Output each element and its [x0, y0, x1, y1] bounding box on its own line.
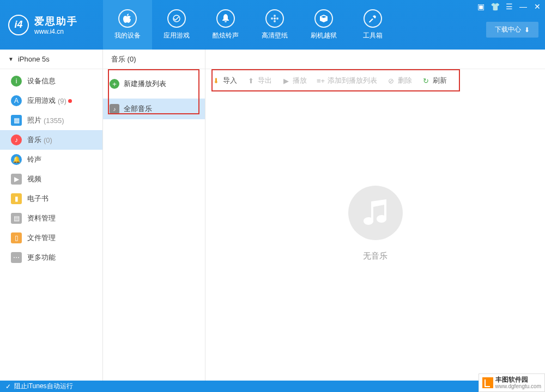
notification-dot	[68, 99, 72, 103]
logo-url: www.i4.cn	[34, 28, 78, 35]
close-icon[interactable]: ✕	[533, 2, 542, 11]
toolbar-icon: ↻	[422, 77, 430, 85]
nav-tab-wallpaper[interactable]: 高清壁纸	[250, 0, 299, 50]
sidebar-count: (9)	[58, 97, 66, 105]
empty-music-icon	[348, 186, 403, 240]
window-controls: ▣ 👕 ☰ — ✕	[476, 2, 542, 11]
box-icon	[314, 9, 333, 28]
nav-tab-apps[interactable]: 应用游戏	[152, 0, 201, 50]
nav-tab-ringtones[interactable]: 酷炫铃声	[201, 0, 250, 50]
toolbar-btn-4: ⊘删除	[387, 76, 412, 85]
playlist-panel: 音乐 (0) + 新建播放列表 ♪ 全部音乐	[103, 50, 205, 381]
nav-label: 酷炫铃声	[213, 31, 239, 40]
itunes-block-label: 阻止iTunes自动运行	[14, 382, 73, 391]
nav-tab-tools[interactable]: 工具箱	[348, 0, 397, 50]
sidebar-label: 视频	[27, 174, 41, 184]
skin-icon[interactable]: 👕	[491, 2, 499, 11]
bell-icon	[216, 9, 235, 28]
toolbar-icon: ≡+	[317, 77, 325, 85]
logo-area[interactable]: i4 爱思助手 www.i4.cn	[0, 0, 103, 50]
toolbar-icon: ⬆	[247, 77, 255, 85]
toolbar-btn-2: ▶播放	[282, 76, 307, 85]
watermark-icon	[482, 377, 493, 388]
sidebar-item-5[interactable]: ▶视频	[0, 169, 102, 189]
sidebar-item-1[interactable]: A应用游戏(9)	[0, 91, 102, 111]
sidebar-item-7[interactable]: ▤资料管理	[0, 209, 102, 228]
flower-icon	[265, 9, 284, 28]
itunes-block-toggle[interactable]: ✓ 阻止iTunes自动运行	[5, 382, 73, 391]
sidebar-item-3[interactable]: ♪音乐(0)	[0, 130, 102, 150]
download-center-button[interactable]: 下载中心 ⬇	[486, 22, 538, 38]
sidebar-icon: i	[11, 76, 22, 87]
toolbar-btn-5[interactable]: ↻刷新	[422, 76, 447, 85]
minimize-icon[interactable]: —	[519, 2, 528, 11]
sidebar-icon: ⋯	[11, 252, 22, 263]
chevron-down-icon: ▼	[8, 56, 14, 62]
toolbar-btn-0[interactable]: ⬇导入	[212, 76, 237, 85]
toolbar-label: 导入	[223, 76, 237, 85]
sidebar-item-2[interactable]: ▦照片(1355)	[0, 111, 102, 130]
menu-icon[interactable]: ☰	[505, 2, 513, 11]
sidebar-count: (0)	[44, 136, 52, 144]
toolbar: ⬇导入⬆导出▶播放≡+添加到播放列表⊘删除↻刷新	[205, 69, 545, 92]
device-selector[interactable]: ▼ iPhone 5s	[0, 50, 102, 69]
sidebar-label: 照片	[27, 115, 41, 125]
sidebar-item-4[interactable]: 🔔铃声	[0, 150, 102, 169]
all-music-item[interactable]: ♪ 全部音乐	[103, 99, 205, 119]
nav-label: 我的设备	[114, 31, 141, 40]
logo-title: 爱思助手	[34, 15, 78, 28]
wrench-icon	[364, 9, 382, 28]
nav-tab-device[interactable]: 我的设备	[103, 0, 152, 50]
sidebar-label: 文件管理	[27, 233, 56, 243]
sidebar-item-0[interactable]: i设备信息	[0, 71, 102, 91]
sidebar-label: 资料管理	[27, 213, 56, 223]
plus-icon: +	[110, 79, 119, 89]
music-icon: ♪	[110, 104, 119, 114]
watermark-text: 丰图软件园 www.dgfengtu.com	[495, 376, 542, 389]
apple-icon	[118, 9, 137, 28]
logo-text: 爱思助手 www.i4.cn	[34, 15, 78, 35]
sidebar-icon: A	[11, 95, 22, 106]
nav-label: 高清壁纸	[262, 31, 288, 40]
download-label: 下载中心	[495, 25, 521, 34]
app-icon	[167, 9, 186, 28]
sidebar-icon: ▦	[11, 115, 22, 126]
sidebar-label: 设备信息	[27, 76, 56, 86]
sidebar-item-6[interactable]: ▮电子书	[0, 189, 102, 209]
nav-label: 工具箱	[363, 31, 383, 40]
empty-text: 无音乐	[348, 251, 403, 261]
sidebar-item-8[interactable]: ▯文件管理	[0, 228, 102, 248]
sidebar-icon: ▮	[11, 193, 22, 204]
sidebar-label: 音乐	[27, 135, 41, 145]
sidebar-icon: ▤	[11, 213, 22, 224]
sidebar-label: 电子书	[27, 194, 49, 204]
toolbar-label: 添加到播放列表	[328, 76, 377, 85]
sidebar-icon: ♪	[11, 134, 22, 145]
sidebar-count: (1355)	[44, 117, 64, 125]
sidebar-list: i设备信息A应用游戏(9)▦照片(1355)♪音乐(0)🔔铃声▶视频▮电子书▤资…	[0, 69, 102, 267]
toolbar-label: 刷新	[433, 76, 447, 85]
sidebar: ▼ iPhone 5s i设备信息A应用游戏(9)▦照片(1355)♪音乐(0)…	[0, 50, 103, 381]
logo-icon: i4	[8, 15, 29, 35]
sidebar-item-9[interactable]: ⋯更多功能	[0, 248, 102, 267]
empty-state: 无音乐	[348, 186, 403, 261]
nav-tab-jailbreak[interactable]: 刷机越狱	[299, 0, 348, 50]
watermark: 丰图软件园 www.dgfengtu.com	[479, 373, 546, 392]
nav-label: 刷机越狱	[311, 31, 337, 40]
sidebar-icon: 🔔	[11, 154, 22, 165]
toolbar-btn-1: ⬆导出	[247, 76, 272, 85]
download-icon: ⬇	[524, 26, 530, 34]
feedback-icon[interactable]: ▣	[476, 2, 485, 11]
sidebar-label: 更多功能	[27, 253, 56, 262]
svg-point-2	[274, 15, 276, 17]
svg-point-5	[276, 17, 278, 20]
main-area: ▼ iPhone 5s i设备信息A应用游戏(9)▦照片(1355)♪音乐(0)…	[0, 50, 545, 381]
check-icon: ✓	[5, 383, 11, 390]
toolbar-icon: ▶	[282, 77, 290, 85]
toolbar-icon: ⬇	[212, 77, 220, 85]
status-bar: ✓ 阻止iTunes自动运行 版本号	[0, 381, 545, 392]
sidebar-label: 铃声	[27, 155, 41, 164]
nav-tabs: 我的设备 应用游戏 酷炫铃声 高清壁纸 刷机越狱 工具箱	[103, 0, 397, 50]
new-playlist-button[interactable]: + 新建播放列表	[103, 74, 205, 94]
all-music-label: 全部音乐	[124, 104, 152, 114]
